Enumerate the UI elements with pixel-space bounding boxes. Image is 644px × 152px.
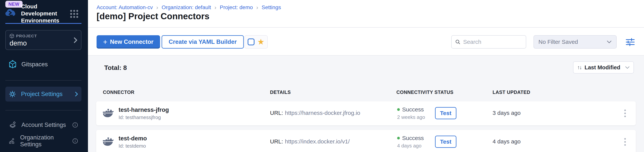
sidebar-item-gitspaces[interactable]: Gitspaces [5,59,82,70]
sidebar-item-organization-settings[interactable]: Organization Settings [5,136,82,146]
test-connection-button[interactable]: Test [435,136,456,148]
chevron-down-icon [607,40,612,43]
last-updated: 3 days ago [492,110,521,116]
status-text: Success [402,135,424,141]
connector-name: test-demo [118,135,147,142]
project-selector[interactable]: PROJECT demo [5,30,82,50]
last-updated: 4 days ago [492,138,521,145]
docker-icon [102,108,115,118]
search-box [451,35,526,49]
row-menu-button[interactable] [621,136,629,148]
connector-row[interactable]: test-harness-jfrog Id: testharnessjfrog … [96,101,636,125]
info-icon[interactable] [72,122,78,128]
url-label: URL: [270,110,283,116]
column-header-last-updated: LAST UPDATED [492,89,530,95]
breadcrumb-separator-icon: › [156,4,158,11]
gitspaces-cube-icon [9,60,16,69]
breadcrumb: Account: Automation-cv › Organization: d… [96,4,281,11]
main-panel: Account: Automation-cv › Organization: d… [88,0,644,152]
filter-sliders-icon[interactable] [626,38,635,47]
connector-name: test-harness-jfrog [118,106,169,113]
status-time: 2 weeks ago [397,114,425,120]
connector-id: Id: testharnessjfrog [118,114,161,120]
status-success-dot [397,137,400,140]
cube-icon [10,34,14,38]
sort-dropdown[interactable]: ↑↓ Last Modified [573,61,634,74]
breadcrumb-settings-link[interactable]: Settings [262,4,281,10]
sidebar-divider [5,110,82,110]
plus-icon: + [103,38,107,46]
column-header-connectivity-status: CONNECTIVITY STATUS [396,89,453,95]
layers-gear-icon [9,121,16,129]
column-header-details: DETAILS [270,89,291,95]
status-time: 4 days ago [397,143,424,149]
new-badge: NEW [5,1,22,8]
connector-row[interactable]: test-demo Id: testdemo URL:https://index… [96,130,636,152]
sidebar-item-label: Organization Settings [20,134,67,148]
app-switcher-grid-icon[interactable] [70,10,78,18]
column-header-connector: CONNECTOR [103,89,134,95]
breadcrumb-organization-link[interactable]: Organization: default [162,4,211,10]
chevron-down-icon [625,66,630,69]
total-count: Total: 8 [104,64,127,72]
test-connection-button[interactable]: Test [435,107,456,119]
connector-id: Id: testdemo [118,143,146,149]
url-value: https://harness-docker.jfrog.io [285,110,360,116]
url-label: URL: [270,138,283,145]
chevron-right-icon [75,92,78,97]
header-divider [88,27,644,28]
breadcrumb-separator-icon: › [214,4,216,11]
chevron-right-icon [74,37,78,43]
sidebar-divider [5,80,82,80]
sidebar-item-label: Gitspaces [22,61,48,68]
status-success-dot [397,108,400,111]
org-chart-gear-icon [9,137,15,145]
sidebar-item-label: Project Settings [21,91,62,97]
connector-list-area: Total: 8 ↑↓ Last Modified CONNECTOR DETA… [88,55,644,152]
gear-icon [9,90,16,98]
project-selector-value: demo [10,39,27,47]
docker-icon [102,136,115,147]
search-icon [455,39,460,45]
breadcrumb-account-link[interactable]: Account: Automation-cv [96,4,153,10]
sidebar-item-account-settings[interactable]: Account Settings [5,120,82,130]
sidebar-item-project-settings[interactable]: Project Settings [5,87,82,101]
favorites-checkbox[interactable] [248,38,254,45]
project-selector-label: PROJECT [16,34,37,38]
sort-arrows-icon: ↑↓ [577,64,582,71]
cloud-dev-environments-logo-icon [5,8,17,18]
sort-value: Last Modified [584,64,620,71]
breadcrumb-separator-icon: › [256,4,258,11]
sidebar-item-label: Account Settings [22,122,66,128]
sidebar-accent-rule [5,23,82,24]
new-connector-button[interactable]: + New Connector [96,35,160,49]
star-icon[interactable]: ★ [257,38,265,46]
favorites-filter-group: ★ [244,35,268,49]
saved-filter-value: No Filter Saved [538,39,578,45]
page-title: [demo] Project Connectors [96,11,210,21]
connectivity-status: Success 4 days ago [397,135,424,149]
app-title: Cloud Development Environments [21,3,70,24]
breadcrumb-project-link[interactable]: Project: demo [220,4,253,10]
create-via-yaml-builder-button[interactable]: Create via YAML Builder [162,35,244,49]
info-icon[interactable] [72,138,78,144]
search-input[interactable] [463,39,522,45]
url-value: https://index.docker.io/v1/ [285,138,350,145]
sidebar: NEW Cloud Development Environments PROJE… [0,0,88,152]
saved-filter-dropdown[interactable]: No Filter Saved [534,35,617,49]
row-menu-button[interactable] [621,107,629,119]
status-text: Success [402,106,424,113]
connectivity-status: Success 2 weeks ago [397,106,425,120]
